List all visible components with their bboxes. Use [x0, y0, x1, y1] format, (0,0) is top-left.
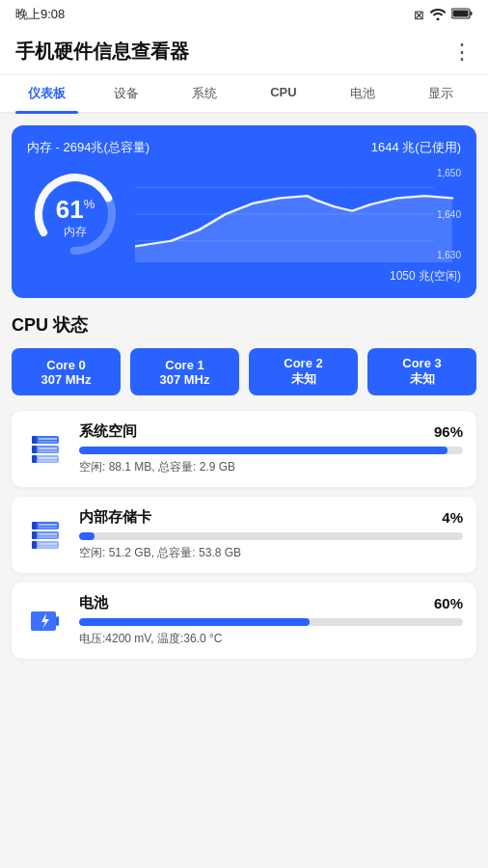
wifi-icon [430, 7, 446, 23]
memory-used-label: 1644 兆(已使用) [371, 139, 461, 156]
tab-dashboard[interactable]: 仪表板 [8, 75, 87, 112]
internal-storage-icon [25, 515, 66, 556]
system-space-header: 系统空间 96% [79, 422, 463, 441]
internal-storage-percent: 4% [442, 509, 463, 526]
memory-gauge: 61% 内存 [27, 166, 123, 262]
tab-device[interactable]: 设备 [87, 75, 166, 112]
core-0-button[interactable]: Core 0 307 MHz [12, 348, 121, 395]
battery-title: 电池 [79, 594, 108, 612]
system-space-progress-bg [79, 447, 463, 454]
svg-rect-22 [32, 522, 37, 529]
memory-card: 内存 - 2694兆(总容量) 1644 兆(已使用) 61% 内存 [12, 125, 476, 298]
system-space-title: 系统空间 [79, 422, 137, 441]
status-time: 晚上9:08 [15, 6, 65, 23]
y-label-low: 1,630 [437, 250, 461, 260]
system-space-icon [25, 429, 66, 470]
memory-footer: 1050 兆(空闲) [27, 268, 461, 285]
svg-rect-1 [471, 12, 473, 15]
system-space-percent: 96% [434, 423, 463, 440]
core-2-button[interactable]: Core 2 未知 [249, 348, 358, 395]
menu-button[interactable]: ⋮ [451, 41, 473, 63]
battery-card: 电池 60% 电压:4200 mV, 温度:36.0 °C [12, 583, 476, 659]
battery-progress-fill [79, 618, 310, 626]
internal-storage-progress-bg [79, 532, 463, 540]
system-space-card: 系统空间 96% 空闲: 88.1 MB, 总容量: 2.9 GB [12, 411, 476, 487]
svg-rect-34 [56, 616, 59, 626]
status-icons: ⊠ [414, 7, 473, 23]
gauge-percent: 61% [56, 195, 95, 224]
internal-storage-title: 内部存储卡 [79, 508, 151, 527]
status-bar: 晚上9:08 ⊠ [0, 0, 488, 29]
signal-icon: ⊠ [414, 8, 424, 22]
app-title: 手机硬件信息查看器 [15, 39, 189, 65]
y-label-high: 1,650 [437, 168, 461, 178]
internal-storage-body: 内部存储卡 4% 空闲: 51.2 GB, 总容量: 53.8 GB [79, 508, 463, 561]
svg-rect-26 [32, 541, 37, 549]
tab-system[interactable]: 系统 [165, 75, 244, 112]
battery-header: 电池 60% [79, 594, 463, 612]
tab-battery[interactable]: 电池 [323, 75, 402, 112]
battery-icon [451, 8, 473, 22]
gauge-label: 内存 [56, 224, 95, 240]
svg-rect-10 [32, 436, 37, 444]
internal-storage-header: 内部存储卡 4% [79, 508, 463, 527]
memory-body: 61% 内存 1,650 [27, 166, 461, 262]
internal-storage-card: 内部存储卡 4% 空闲: 51.2 GB, 总容量: 53.8 GB [12, 497, 476, 573]
svg-rect-24 [32, 531, 37, 539]
svg-marker-5 [135, 196, 452, 262]
svg-rect-2 [453, 10, 469, 16]
cpu-cores-row: Core 0 307 MHz Core 1 307 MHz Core 2 未知 … [12, 348, 476, 395]
battery-detail: 电压:4200 mV, 温度:36.0 °C [79, 631, 463, 647]
svg-rect-14 [32, 455, 37, 463]
system-space-progress-fill [79, 447, 447, 454]
app-header: 手机硬件信息查看器 ⋮ [0, 29, 488, 75]
core-3-button[interactable]: Core 3 未知 [367, 348, 476, 395]
system-space-body: 系统空间 96% 空闲: 88.1 MB, 总容量: 2.9 GB [79, 422, 463, 475]
system-space-detail: 空闲: 88.1 MB, 总容量: 2.9 GB [79, 459, 463, 475]
gauge-center: 61% 内存 [56, 197, 95, 240]
tab-display[interactable]: 显示 [401, 75, 480, 112]
memory-chart: 1,650 1,640 1,630 [135, 166, 461, 262]
battery-progress-bg [79, 618, 463, 626]
battery-card-body: 电池 60% 电压:4200 mV, 温度:36.0 °C [79, 594, 463, 647]
cpu-section-title: CPU 状态 [12, 313, 476, 337]
internal-storage-progress-fill [79, 532, 95, 540]
tab-cpu[interactable]: CPU [244, 75, 323, 112]
chart-y-labels: 1,650 1,640 1,630 [437, 166, 461, 262]
battery-card-icon [25, 601, 66, 641]
svg-rect-12 [32, 446, 37, 453]
y-label-mid: 1,640 [437, 209, 461, 220]
internal-storage-detail: 空闲: 51.2 GB, 总容量: 53.8 GB [79, 545, 463, 561]
main-content: 内存 - 2694兆(总容量) 1644 兆(已使用) 61% 内存 [0, 114, 488, 680]
core-1-button[interactable]: Core 1 307 MHz [130, 348, 239, 395]
tab-bar: 仪表板 设备 系统 CPU 电池 显示 [0, 75, 488, 114]
battery-percent: 60% [434, 595, 463, 611]
